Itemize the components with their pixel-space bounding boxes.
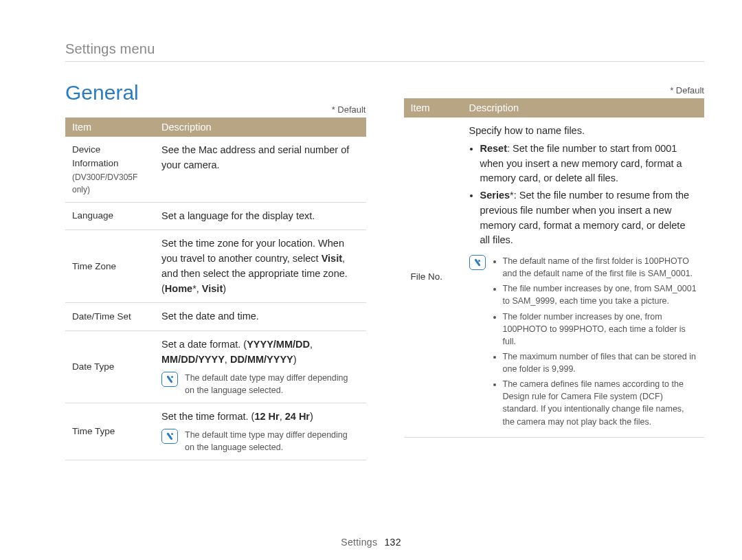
note-icon [161, 372, 178, 387]
page-footer: Settings 132 [0, 537, 742, 548]
item-description: Specify how to name files. Reset: Set th… [462, 117, 705, 437]
item-description: Set the time format. (12 Hr, 24 Hr) The … [155, 403, 366, 460]
divider [65, 61, 704, 62]
table-row: Date/Time Set Set the date and time. [65, 303, 366, 331]
col-header-description: Description [462, 98, 705, 117]
list-item: The camera defines file names according … [503, 378, 698, 428]
note-text: The default name of the first folder is … [493, 255, 698, 431]
table-row: Time Zone Set the time zone for your loc… [65, 230, 366, 303]
table-row: Language Set a language for the display … [65, 202, 366, 230]
list-item: The maximum number of files that can be … [503, 350, 698, 375]
table-row: Time Type Set the time format. (12 Hr, 2… [65, 403, 366, 460]
col-header-item: Item [404, 98, 462, 117]
note-icon [469, 255, 486, 270]
table-row: Device Information (DV300F/DV305F only) … [65, 137, 366, 202]
note-icon [161, 429, 178, 444]
section-title: General [65, 81, 366, 104]
settings-table-right: Item Description File No. Specify how to… [404, 98, 705, 438]
note-text: The default time type may differ dependi… [185, 429, 359, 453]
page-number: 132 [384, 537, 401, 548]
item-description: See the Mac address and serial number of… [155, 137, 366, 202]
col-header-description: Description [155, 117, 366, 137]
item-label: Device Information [72, 144, 119, 168]
item-label: Time Type [65, 403, 155, 460]
item-sublabel: (DV300F/DV305F only) [72, 171, 148, 196]
item-label: Language [65, 202, 155, 230]
item-description: Set the time zone for your location. Whe… [155, 230, 366, 303]
col-header-item: Item [65, 117, 155, 137]
settings-table-left: Item Description Device Information (DV3… [65, 117, 366, 460]
default-marker-left: * Default [65, 104, 366, 115]
table-row: File No. Specify how to name files. Rese… [404, 117, 705, 437]
item-label: Time Zone [65, 230, 155, 303]
item-label: File No. [404, 117, 462, 437]
list-item: The folder number increases by one, from… [503, 311, 698, 348]
note-text: The default date type may differ dependi… [185, 372, 359, 396]
item-label: Date/Time Set [65, 303, 155, 331]
table-row: Date Type Set a date format. (YYYY/MM/DD… [65, 331, 366, 403]
item-label: Date Type [65, 331, 155, 403]
item-description: Set a date format. (YYYY/MM/DD, MM/DD/YY… [155, 331, 366, 403]
item-description: Set a language for the display text. [155, 202, 366, 230]
list-item: Reset: Set the file number to start from… [480, 142, 698, 186]
list-item: The file number increases by one, from S… [503, 282, 698, 307]
list-item: Series*: Set the file number to resume f… [480, 188, 698, 248]
item-description: Set the date and time. [155, 303, 366, 331]
footer-section: Settings [341, 537, 377, 548]
default-marker-right: * Default [404, 85, 705, 96]
list-item: The default name of the first folder is … [503, 255, 698, 280]
breadcrumb: Settings menu [65, 41, 704, 57]
